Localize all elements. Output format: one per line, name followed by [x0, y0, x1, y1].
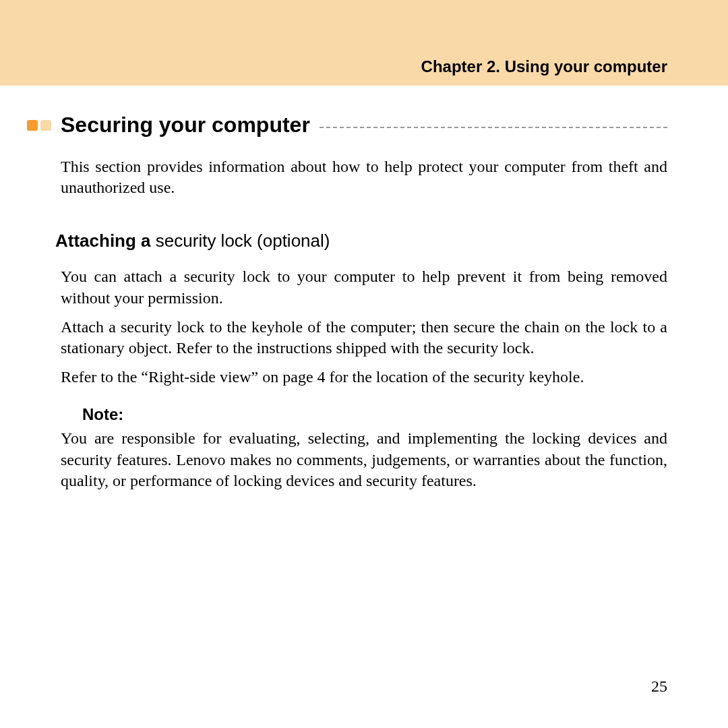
bullet-orange-icon [27, 120, 38, 131]
chapter-title: Chapter 2. Using your computer [421, 57, 667, 76]
section-title: Securing your computer [61, 113, 310, 138]
bullet-light-icon [40, 120, 51, 131]
subheading-rest: security lock (optional) [156, 231, 330, 251]
page-content: Securing your computer This section prov… [0, 86, 728, 491]
body-para-3: Refer to the “Right-side view” on page 4… [61, 367, 667, 388]
body-para-2: Attach a security lock to the keyhole of… [61, 317, 667, 359]
body-para-1: You can attach a security lock to your c… [61, 266, 667, 308]
section-heading-row: Securing your computer [27, 113, 667, 138]
subsection-heading: Attaching a security lock (optional) [55, 231, 667, 251]
bullet-icons [27, 120, 51, 131]
note-text: You are responsible for evaluating, sele… [61, 428, 667, 491]
note-label: Note: [82, 405, 667, 424]
subheading-bold: Attaching a [55, 231, 156, 251]
dashed-line-icon [320, 127, 667, 128]
header-band: Chapter 2. Using your computer [0, 0, 728, 86]
page-number: 25 [651, 677, 667, 696]
section-intro: This section provides information about … [61, 156, 667, 198]
